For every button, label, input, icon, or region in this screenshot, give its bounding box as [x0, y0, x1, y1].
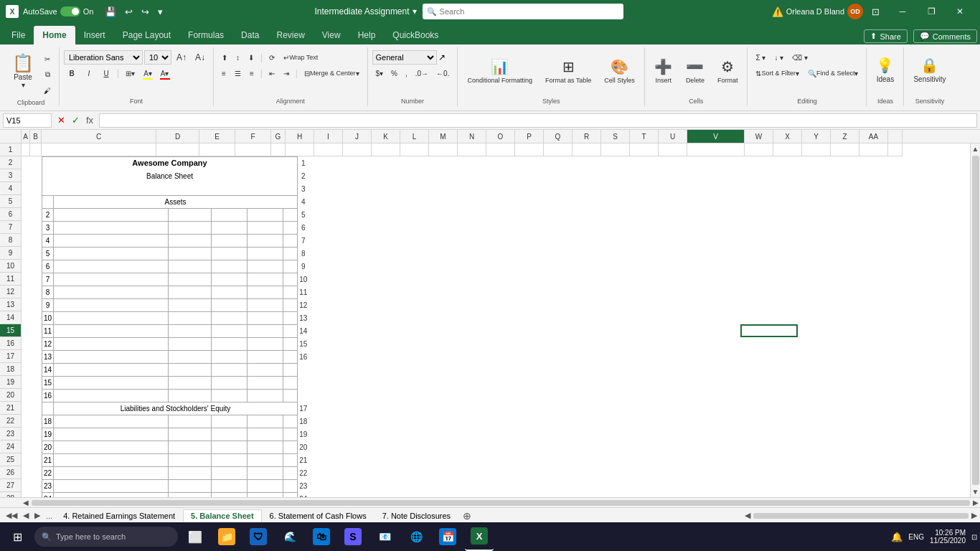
cell-c13[interactable] — [54, 298, 169, 311]
scroll-left-button[interactable]: ◀ — [22, 499, 30, 507]
cell-q1[interactable] — [544, 143, 573, 156]
row-num-28[interactable]: 28 — [0, 492, 21, 497]
cell-e24[interactable] — [212, 441, 248, 453]
col-header-r[interactable]: R — [573, 130, 601, 143]
cell-c27[interactable] — [54, 479, 169, 492]
cell-g28[interactable] — [283, 492, 298, 497]
scroll-down-button[interactable]: ▼ — [971, 486, 980, 497]
cell-d28[interactable] — [169, 492, 212, 497]
cell-d6[interactable] — [169, 208, 212, 221]
cell-g23[interactable] — [283, 428, 298, 441]
cell-b17[interactable]: 13 — [42, 350, 54, 363]
font-size-select[interactable]: 10 — [144, 50, 171, 65]
row-num-10[interactable]: 10 — [0, 260, 21, 273]
cell-d22[interactable] — [169, 415, 212, 428]
row-num-15[interactable]: 15 — [0, 324, 21, 337]
sensitivity-button[interactable]: 🔒 Sensitivity — [908, 49, 951, 90]
sheet-tab-nav-left[interactable]: ◀ — [20, 511, 32, 520]
format-as-table-button[interactable]: ⊞ Format as Table — [540, 50, 596, 92]
cell-e11[interactable] — [212, 273, 248, 286]
row-num-22[interactable]: 22 — [0, 415, 21, 428]
row-num-12[interactable]: 12 — [0, 286, 21, 298]
sheet-tab-retained-earnings[interactable]: 4. Retained Earnings Statement — [55, 509, 183, 522]
cell-ab1[interactable] — [888, 143, 903, 156]
col-header-n[interactable]: N — [458, 130, 486, 143]
col-header-aa[interactable]: AA — [859, 130, 888, 143]
cell-g16[interactable] — [283, 337, 298, 350]
decrease-font-button[interactable]: A↓ — [192, 50, 209, 65]
share-button[interactable]: ⬆ Share — [864, 29, 907, 43]
vertical-scrollbar[interactable]: ▲ ▼ — [970, 143, 980, 497]
row-num-5[interactable]: 5 — [0, 195, 21, 208]
angle-text-button[interactable]: ⟳ — [265, 50, 278, 65]
cell-b15[interactable]: 11 — [42, 324, 54, 337]
clear-button[interactable]: ⌫ ▾ — [788, 50, 811, 65]
cell-e15[interactable] — [212, 324, 248, 337]
cell-f8[interactable] — [248, 234, 283, 247]
cell-b20[interactable]: 16 — [42, 389, 54, 402]
cell-f9[interactable] — [248, 247, 283, 260]
cell-y1[interactable] — [802, 143, 831, 156]
taskbar-app-task-view[interactable]: ⬜ — [181, 522, 209, 551]
redo-icon[interactable]: ↪ — [138, 5, 152, 19]
align-middle-button[interactable]: ↕ — [232, 50, 243, 65]
cell-c22[interactable] — [54, 415, 169, 428]
cell-b24[interactable]: 20 — [42, 441, 54, 453]
cell-f23[interactable] — [248, 428, 283, 441]
file-name-button[interactable]: Intermediate Assignment ▾ — [314, 6, 416, 17]
scroll-right-button[interactable]: ▶ — [971, 499, 980, 507]
row-num-21[interactable]: 21 — [0, 402, 21, 415]
cell-b18[interactable]: 14 — [42, 363, 54, 376]
sheet-title-cell[interactable]: Balance Sheet — [42, 169, 298, 182]
cell-f14[interactable] — [248, 311, 283, 324]
cell-b21[interactable] — [42, 402, 54, 415]
col-header-q[interactable]: Q — [544, 130, 573, 143]
taskbar-show-desktop[interactable]: ⊡ — [971, 533, 977, 541]
cell-o1[interactable] — [486, 143, 515, 156]
scroll-thumb-v[interactable] — [972, 156, 979, 485]
cell-b5[interactable] — [42, 195, 54, 208]
cell-a1[interactable] — [22, 143, 30, 156]
cell-e18[interactable] — [212, 363, 248, 376]
cell-f20[interactable] — [248, 389, 283, 402]
sheet-tab-cash-flows[interactable]: 6. Statement of Cash Flows — [262, 509, 374, 522]
col-header-x[interactable]: X — [773, 130, 802, 143]
row-num-24[interactable]: 24 — [0, 441, 21, 453]
col-header-h[interactable]: H — [286, 130, 314, 143]
cell-g10[interactable] — [283, 260, 298, 273]
col-header-g[interactable]: G — [271, 130, 286, 143]
sheet-scrollbar[interactable] — [753, 513, 969, 519]
cell-b11[interactable]: 7 — [42, 273, 54, 286]
align-left-button[interactable]: ≡ — [218, 66, 230, 80]
cell-w1[interactable] — [745, 143, 773, 156]
cell-d26[interactable] — [169, 466, 212, 479]
cell-d25[interactable] — [169, 453, 212, 466]
sheet-scroll-right[interactable]: ▶ — [971, 511, 977, 520]
row-num-13[interactable]: 13 — [0, 298, 21, 311]
taskbar-search[interactable]: 🔍 Type here to search — [34, 527, 178, 547]
start-button[interactable]: ⊞ — [3, 522, 32, 551]
cell-c7[interactable] — [54, 221, 169, 234]
cell-c20[interactable] — [54, 389, 169, 402]
col-header-ab[interactable] — [888, 130, 903, 143]
cancel-formula-button[interactable]: ✕ — [55, 114, 67, 127]
cell-d24[interactable] — [169, 441, 212, 453]
cell-e10[interactable] — [212, 260, 248, 273]
cell-b25[interactable]: 21 — [42, 453, 54, 466]
row-num-9[interactable]: 9 — [0, 247, 21, 260]
cell-u1[interactable] — [659, 143, 687, 156]
row-num-19[interactable]: 19 — [0, 376, 21, 389]
cell-g13[interactable] — [283, 298, 298, 311]
assets-label-cell[interactable]: Assets — [54, 195, 298, 208]
comments-button[interactable]: 💬 Comments — [913, 29, 977, 43]
cell-c16[interactable] — [54, 337, 169, 350]
confirm-formula-button[interactable]: ✓ — [69, 114, 82, 127]
cell-b10[interactable]: 6 — [42, 260, 54, 273]
cell-b8[interactable]: 4 — [42, 234, 54, 247]
cell-d10[interactable] — [169, 260, 212, 273]
cell-b28[interactable]: 24 — [42, 492, 54, 497]
scroll-up-button[interactable]: ▲ — [971, 143, 980, 154]
cell-v1[interactable] — [687, 143, 745, 156]
cell-f17[interactable] — [248, 350, 283, 363]
cell-g7[interactable] — [283, 221, 298, 234]
